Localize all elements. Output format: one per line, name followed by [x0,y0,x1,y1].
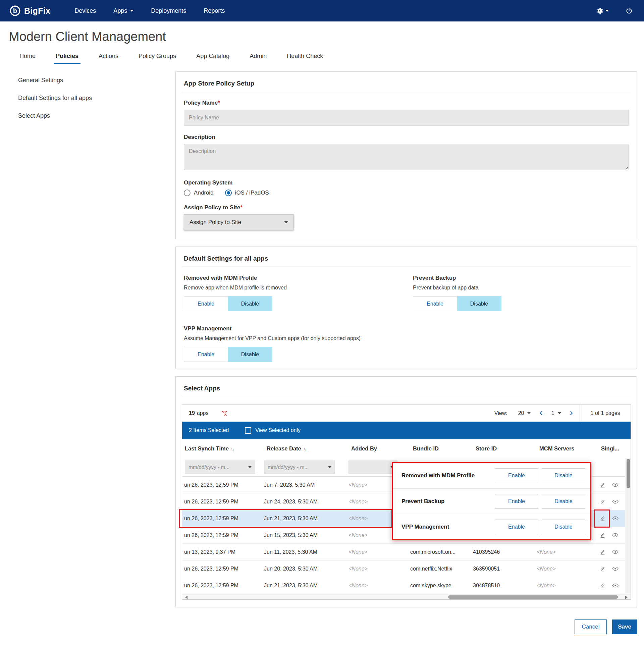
view-icon[interactable] [612,550,619,554]
tab-admin-label: Admin [250,53,267,59]
edit-icon[interactable] [600,516,605,521]
setting-description: Prevent backup of app data [413,285,629,291]
nav-apps[interactable]: Apps [113,7,133,14]
enable-button[interactable]: Enable [184,296,228,311]
settings-menu-button[interactable] [596,7,609,14]
vertical-scroll-thumb[interactable] [627,459,630,488]
tab-home[interactable]: Home [9,49,46,64]
required-asterisk: * [240,204,243,211]
enable-button[interactable]: Enable [495,494,538,509]
view-icon[interactable] [612,533,619,537]
table-row[interactable]: un 26, 2023, 12:59 PM Jun 21, 2023, 5:30… [182,577,625,594]
edit-icon[interactable] [600,566,605,572]
apps-count: 19apps [189,410,209,416]
setting-vpp-management: VPP Management Assume Management for VPP… [184,325,399,362]
sort-icon[interactable]: ↑↓ [303,446,308,451]
popup-setting-label: VPP Management [401,524,491,530]
disable-button[interactable]: Disable [228,347,272,362]
sort-icon[interactable]: ↑↓ [231,446,235,451]
nav-reports-label: Reports [204,7,225,14]
enable-button[interactable]: Enable [413,296,457,311]
cell-store-id: 410395246 [471,549,535,555]
disable-button[interactable]: Disable [542,468,585,483]
enable-button[interactable]: Enable [495,468,538,483]
vertical-scrollbar[interactable] [626,458,631,594]
policy-name-input[interactable] [184,110,629,126]
col-release-date[interactable]: Release Date ↑↓ [262,445,346,452]
view-selected-only-toggle[interactable]: View Selected only [245,427,301,434]
tab-policies[interactable]: Policies [46,49,89,64]
scroll-left-icon[interactable] [183,596,187,599]
view-label: View: [494,410,507,416]
edit-icon[interactable] [600,499,605,504]
view-icon[interactable] [612,499,619,504]
cell-last-synch: un 13, 2023, 9:37 PM [182,549,262,555]
view-icon[interactable] [612,567,619,571]
col-label: Store ID [476,445,497,452]
top-nav: Devices Apps Deployments Reports [74,7,225,14]
bigfix-logo[interactable]: b BigFix [9,5,50,16]
single-app-settings-popup: Removed with MDM Profile Enable Disable … [392,462,591,540]
edit-icon[interactable] [600,532,605,538]
horizontal-scroll-thumb[interactable] [448,595,618,599]
view-icon[interactable] [612,583,619,588]
assign-site-label: Assign Policy to Site* [184,204,629,211]
col-single[interactable]: Singl... [596,445,625,452]
col-store-id[interactable]: Store ID [471,445,535,452]
save-button[interactable]: Save [612,620,637,634]
top-bar: b BigFix Devices Apps Deployments Report… [0,0,644,21]
nav-deployments[interactable]: Deployments [151,7,186,14]
cancel-button[interactable]: Cancel [575,620,607,634]
radio-icon [184,190,191,196]
tab-admin[interactable]: Admin [239,49,277,64]
added-by-filter[interactable] [348,461,397,474]
edit-icon[interactable] [600,549,605,555]
col-mcm-servers[interactable]: MCM Servers [535,445,596,452]
sidebar-item-select-apps[interactable]: Select Apps [18,112,175,119]
mdm-toggle-group: Enable Disable [184,296,399,311]
page-size-dropdown[interactable]: 20 [514,410,536,416]
current-page-dropdown[interactable]: 1 [547,410,566,416]
tab-app-catalog[interactable]: App Catalog [186,49,239,64]
horizontal-scrollbar[interactable] [182,594,631,599]
nav-devices[interactable]: Devices [74,7,96,14]
items-selected-text: 2 Items Selected [189,427,229,433]
last-synch-date-filter[interactable]: mm/dd/yyyy - m... [185,461,255,474]
edit-icon[interactable] [600,583,605,588]
power-icon[interactable] [626,7,633,14]
sidebar-item-default-settings[interactable]: Default Settings for all apps [18,95,175,102]
chevron-down-icon [130,10,133,13]
checkbox-unchecked-icon[interactable] [245,427,251,434]
edit-icon[interactable] [600,482,605,488]
disable-button[interactable]: Disable [457,296,501,311]
view-icon[interactable] [612,483,619,487]
tab-health-check[interactable]: Health Check [277,49,333,64]
nav-reports[interactable]: Reports [204,7,225,14]
enable-button[interactable]: Enable [495,520,538,534]
table-row[interactable]: un 13, 2023, 9:37 PM Jun 11, 2023, 5:30 … [182,544,625,560]
filter-icon[interactable] [221,410,228,417]
release-date-filter[interactable]: mm/dd/yyyy - m... [264,461,335,474]
radio-android[interactable]: Android [184,190,214,196]
col-bundle-id[interactable]: Bundle ID [408,445,471,452]
assign-site-dropdown-value: Assign Policy to Site [190,219,241,226]
prev-page-icon[interactable]: ‹ [535,408,546,417]
disable-button[interactable]: Disable [542,520,585,534]
view-icon[interactable] [612,516,619,521]
disable-button[interactable]: Disable [228,296,272,311]
col-last-synch-time[interactable]: Last Synch Time ↑↓ [182,445,262,452]
radio-ios-ipados[interactable]: iOS / iPadOS [225,190,269,196]
tab-actions[interactable]: Actions [89,49,128,64]
col-added-by[interactable]: Added By [346,445,408,452]
cell-bundle-id: com.skype.skype [408,583,471,589]
scroll-right-icon[interactable] [625,596,629,599]
sidebar-item-general-settings[interactable]: General Settings [18,77,175,84]
description-textarea[interactable] [184,144,629,170]
next-page-icon[interactable]: › [566,408,577,417]
assign-site-dropdown[interactable]: Assign Policy to Site [184,214,294,230]
table-row[interactable]: un 26, 2023, 12:59 PM Jun 20, 2023, 5:30… [182,560,625,577]
tab-policy-groups[interactable]: Policy Groups [128,49,186,64]
assign-site-field-group: Assign Policy to Site* Assign Policy to … [182,204,631,230]
disable-button[interactable]: Disable [542,494,585,509]
enable-button[interactable]: Enable [184,347,228,362]
